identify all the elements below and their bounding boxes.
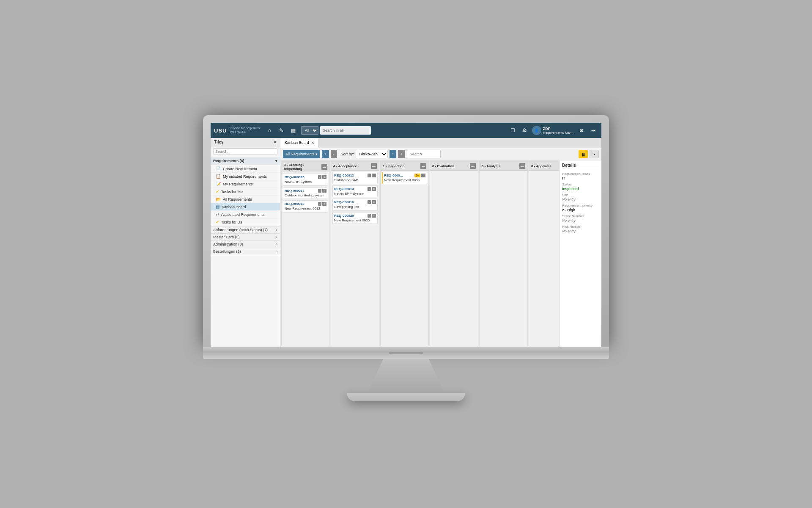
col-minus-inspection[interactable]: — — [420, 163, 426, 169]
col-title-inspection: 1 - Inspection — [383, 164, 405, 168]
doc-new-icon: 📄 — [216, 166, 221, 171]
tab-kanban-board[interactable]: Kanban Board ✕ — [280, 138, 319, 148]
kanban-toolbar: All Requirements ▾ + - Sort by: — [280, 148, 601, 160]
card-req-000018[interactable]: REQ-000018 - = New Requirement 0012 — [283, 200, 328, 213]
dropdown-arrow-icon: ▾ — [315, 152, 318, 156]
top-navigation: USU Service Management USU GmbH ⌂ ✎ ▦ A — [211, 123, 601, 138]
monitor-stand — [368, 359, 444, 393]
global-search-input[interactable] — [320, 126, 371, 135]
col-body-approval — [529, 171, 559, 346]
col-header-inspection: 1 - Inspection — — [381, 162, 428, 171]
sidebar-search-input[interactable] — [213, 148, 277, 155]
kanban-details-area: 3 - Creating / Requesting — RE — [280, 160, 601, 347]
sidebar-item-associated[interactable]: ⇄ Associated Requirements — [211, 211, 280, 218]
col-minus-creating[interactable]: — — [321, 164, 327, 170]
sort-asc-button[interactable]: ↑ — [390, 150, 397, 158]
tab-close-icon[interactable]: ✕ — [311, 141, 314, 145]
sort-select[interactable]: Risiko-Zahl — [356, 150, 388, 158]
sidebar: Tiles ✕ Requirements (8) ▾ — [211, 138, 280, 347]
logout-icon[interactable]: ⇥ — [589, 126, 598, 135]
column-creating: 3 - Creating / Requesting — RE — [281, 161, 330, 346]
sidebar-item-kanban-board[interactable]: ▦ Kanban Board — [211, 203, 280, 211]
task-group-icon: ✔ — [216, 220, 219, 224]
card-req-000016[interactable]: REQ-000016 - = New printing line — [332, 199, 378, 211]
monitor-chin — [203, 347, 609, 359]
card-req-000014[interactable]: REQ-000014 - = Neues ERP-System — [332, 185, 378, 198]
col-header-acceptance: 4 - Acceptance — — [331, 162, 379, 171]
score-label: Score Number — [562, 214, 599, 218]
search-scope-select[interactable]: All — [301, 126, 318, 135]
sidebar-item-my-requirements[interactable]: 📝 My Requirements — [211, 180, 280, 188]
chevron-right-icon: › — [276, 242, 277, 246]
kanban-search-input[interactable] — [407, 150, 441, 158]
sidebar-item-tasks-for-us[interactable]: ✔ Tasks for Us — [211, 218, 280, 226]
sidebar-item-all-requirements[interactable]: 📂 All Requirements — [211, 196, 280, 203]
status-value: Inspected — [562, 187, 599, 191]
chart-icon[interactable]: ▦ — [288, 126, 298, 135]
user-avatar: 👤 — [532, 126, 541, 135]
sidebar-item-tasks-for-me[interactable]: ✔ Tasks for Me — [211, 188, 280, 196]
settings-icon[interactable]: ⚙ — [520, 126, 529, 135]
doc-list-icon: 📋 — [216, 174, 221, 179]
filter-select[interactable]: All Requirements ▾ — [283, 150, 320, 158]
sort-desc-button[interactable]: ↓ — [398, 150, 405, 158]
kanban-icon: ▦ — [216, 204, 219, 209]
detail-score: Score Number No entry — [562, 214, 599, 223]
anforderungen-group[interactable]: Anforderungen (nach Status) (7) › — [211, 226, 280, 234]
column-acceptance: 4 - Acceptance — REQ-000013 — [331, 161, 379, 346]
status-label: Status — [562, 182, 599, 186]
col-minus-analysis[interactable]: — — [519, 163, 525, 169]
priority-value: 2 - High — [562, 208, 599, 212]
col-title-creating: 3 - Creating / Requesting — [284, 163, 321, 171]
bestellungen-group[interactable]: Bestellungen (3) › — [211, 248, 280, 255]
col-header-analysis: 0 - Analysis — — [480, 162, 527, 171]
task-icon: ✔ — [216, 189, 219, 194]
risk-value: No entry — [562, 229, 599, 233]
detail-priority: Requirement priority 2 - High — [562, 204, 599, 212]
add-button[interactable]: + — [322, 150, 329, 158]
card-req-000013[interactable]: REQ-000013 - = Einführung SAP — [332, 172, 378, 184]
req-class-value: IT — [562, 176, 599, 180]
nav-icons: ⌂ ✎ ▦ — [265, 126, 298, 135]
nav-right: ☐ ⚙ 👤 ZDF Requirements Man... ⊕ ⇥ — [508, 126, 598, 135]
detail-risk: Risk Number No entry — [562, 225, 599, 233]
help-icon[interactable]: ⊕ — [577, 126, 586, 135]
score-value: No entry — [562, 218, 599, 223]
col-body-creating: REQ-000015 - = New ERP-System — [282, 172, 329, 346]
grid-view-button[interactable]: ▦ — [579, 150, 588, 158]
site-value: No entry — [562, 197, 599, 202]
card-req-000017[interactable]: REQ-000017 - = Outdoor monitoring system — [283, 187, 328, 199]
sidebar-close-icon[interactable]: ✕ — [273, 140, 277, 144]
edit-icon[interactable]: ✎ — [277, 126, 286, 135]
requirements-section-header[interactable]: Requirements (8) ▾ — [211, 157, 280, 165]
administration-group[interactable]: Administration (3) › — [211, 241, 280, 248]
nav-search-area: All — [301, 126, 371, 135]
detail-requirement-class: Requirement class IT — [562, 172, 599, 180]
col-body-evaluation — [430, 171, 478, 346]
col-header-creating: 3 - Creating / Requesting — — [282, 162, 329, 172]
details-title: Details — [562, 163, 599, 169]
brand-logo: USU Service Management USU GmbH — [214, 126, 261, 134]
notifications-icon[interactable]: ☐ — [508, 126, 518, 135]
card-req-000020[interactable]: REQ-000020 - = New Requirement 0035 — [332, 212, 378, 224]
chevron-right-icon: › — [276, 235, 277, 239]
sidebar-item-create-requirement[interactable]: 📄 Create Requirement — [211, 165, 280, 173]
col-title-evaluation: 0 - Evaluation — [432, 164, 454, 168]
sidebar-item-my-initiated[interactable]: 📋 My initiated Requirements — [211, 173, 280, 180]
col-body-analysis — [480, 171, 527, 346]
nav-next-button[interactable]: › — [590, 150, 599, 158]
req-class-label: Requirement class — [562, 172, 599, 176]
col-header-approval: 0 - Approval — — [529, 162, 559, 171]
col-minus-evaluation[interactable]: — — [470, 163, 476, 169]
minus-button[interactable]: - — [331, 150, 337, 158]
col-minus-acceptance[interactable]: — — [371, 163, 377, 169]
card-req-000015[interactable]: REQ-000015 - = New ERP-System — [283, 174, 328, 186]
card-req-000033[interactable]: REQ-0000... 2+ = New Requirement 0033 — [382, 172, 427, 184]
master-data-group[interactable]: Master Data (3) › — [211, 234, 280, 241]
column-analysis: 0 - Analysis — — [479, 161, 528, 346]
user-info[interactable]: 👤 ZDF Requirements Man... — [532, 126, 574, 135]
app-title: Service Management — [228, 126, 261, 130]
details-panel: Details Requirement class IT Status Insp… — [559, 160, 601, 347]
home-icon[interactable]: ⌂ — [265, 126, 274, 135]
site-label: Site — [562, 193, 599, 197]
